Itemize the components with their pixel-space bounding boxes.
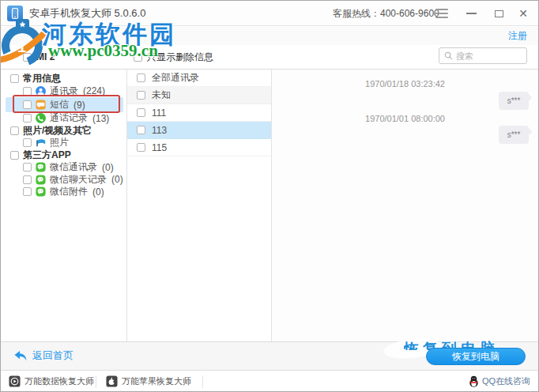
toolbar-row: MI 2 只显示删除信息 (1, 45, 538, 69)
title-bar: 安卓手机恢复大师 5.0.6.0 客服热线：400-606-9600 ✕ (1, 1, 538, 26)
sidebar-group-photo-video[interactable]: 照片/视频及其它 (1, 125, 126, 138)
phone-icon (9, 7, 21, 20)
item-label: 微信通讯录 (50, 160, 97, 174)
group-label: 常用信息 (23, 72, 61, 85)
category-sidebar: 常用信息 通讯录 (224) 短信 (9) (1, 70, 127, 341)
minimize-button[interactable] (462, 1, 480, 26)
message-date: 1970/01/18 03:23:42 (272, 79, 538, 89)
message-date: 1970/01/01 08:00:00 (272, 114, 538, 123)
list-item-unknown[interactable]: 未知 (127, 87, 271, 104)
list-item-all-contacts[interactable]: 全部通讯录 (127, 70, 271, 87)
footer-bar: 万能数据恢复大师 万能苹果恢复大师 QQ在线咨询 (1, 370, 538, 392)
list-item-111[interactable]: 111 (127, 104, 271, 122)
photo-icon (36, 138, 46, 148)
item-count: (224) (83, 85, 105, 96)
sidebar-item-call-log[interactable]: 通话记录 (13) (1, 112, 126, 125)
item-checkbox[interactable] (23, 175, 32, 184)
item-count: (0) (102, 162, 114, 173)
item-checkbox[interactable] (23, 138, 32, 147)
footer-link-label: 万能数据恢复大师 (24, 375, 94, 387)
item-label: 通讯录 (50, 85, 78, 98)
group-label: 照片/视频及其它 (23, 124, 92, 138)
item-checkbox[interactable] (23, 187, 32, 196)
wechat-icon (36, 175, 46, 185)
contacts-icon (36, 86, 46, 96)
row-label: 未知 (152, 89, 171, 102)
recover-to-pc-button[interactable]: 恢复到电脑 (426, 348, 526, 365)
sidebar-item-wechat-chats[interactable]: 微信聊天记录 (0) (1, 174, 126, 187)
qq-penguin-icon (469, 375, 479, 387)
back-home-button[interactable]: 返回首页 (13, 349, 74, 363)
back-home-label: 返回首页 (32, 349, 74, 363)
call-log-icon (36, 113, 46, 123)
sidebar-item-wechat-attachments[interactable]: 微信附件 (0) (1, 186, 126, 198)
group-checkbox[interactable] (10, 74, 19, 83)
app-logo-icon (7, 6, 23, 21)
row-label: 115 (152, 142, 167, 153)
search-box (439, 47, 527, 64)
show-deleted-checkbox[interactable] (134, 53, 142, 62)
maximize-button[interactable] (490, 1, 507, 26)
row-checkbox[interactable] (137, 143, 145, 152)
list-item-115[interactable]: 115 (127, 139, 271, 156)
app-window: 安卓手机恢复大师 5.0.6.0 客服热线：400-606-9600 ✕ 注册 … (0, 0, 539, 392)
item-label: 通话记录 (50, 111, 88, 125)
footer-link-apple-recovery[interactable]: 万能苹果恢复大师 (106, 375, 202, 387)
message-bubble: s*** (499, 126, 529, 144)
device-checkbox[interactable] (23, 53, 32, 62)
sub-header: 注册 (1, 27, 538, 45)
message-bubble: s*** (499, 92, 529, 110)
qq-online-support-link[interactable]: QQ在线咨询 (469, 375, 530, 387)
register-link[interactable]: 注册 (508, 29, 527, 43)
item-label: 微信聊天记录 (50, 173, 107, 187)
sidebar-item-sms[interactable]: 短信 (9) (6, 97, 123, 112)
group-checkbox[interactable] (10, 151, 19, 160)
item-label: 照片 (50, 136, 69, 149)
row-checkbox[interactable] (137, 91, 145, 100)
row-checkbox[interactable] (137, 126, 145, 134)
row-checkbox[interactable] (137, 108, 145, 117)
hotline-label: 客服热线：400-606-9600 (333, 1, 439, 26)
footer-divider (96, 375, 96, 388)
sidebar-item-photos[interactable]: 照片 (1, 137, 126, 149)
conversation-list: 全部通讯录 未知 111 113 115 (127, 70, 272, 341)
item-checkbox[interactable] (23, 87, 32, 96)
footer-link-label: 万能苹果恢复大师 (122, 375, 191, 387)
item-count: (0) (92, 187, 104, 198)
list-item-113[interactable]: 113 (127, 122, 271, 139)
item-count: (13) (92, 113, 109, 124)
row-label: 113 (152, 125, 167, 136)
footer-link-data-recovery[interactable]: 万能数据恢复大师 (9, 375, 96, 387)
window-title: 安卓手机恢复大师 5.0.6.0 (29, 1, 145, 26)
show-deleted-label: 只显示删除信息 (147, 51, 213, 64)
sidebar-group-common-info[interactable]: 常用信息 (1, 73, 126, 85)
recovery-app-icon (9, 375, 21, 387)
qq-link-label: QQ在线咨询 (482, 375, 530, 387)
apple-app-icon (106, 375, 118, 387)
search-input[interactable] (456, 51, 511, 61)
message-panel: 1970/01/18 03:23:42 s*** 1970/01/01 08:0… (272, 70, 538, 341)
device-name: MI 2 (36, 51, 55, 62)
item-checkbox[interactable] (23, 163, 32, 172)
item-checkbox[interactable] (23, 114, 32, 122)
wechat-icon (36, 187, 46, 197)
group-label: 第三方APP (23, 149, 71, 162)
close-button[interactable]: ✕ (514, 1, 532, 26)
row-checkbox[interactable] (137, 74, 145, 82)
sidebar-item-contacts[interactable]: 通讯录 (224) (1, 85, 126, 98)
menu-icon[interactable] (432, 1, 452, 26)
row-label: 全部通讯录 (152, 71, 199, 85)
sms-icon (36, 100, 46, 110)
item-checkbox[interactable] (23, 100, 32, 109)
item-label: 短信 (50, 98, 69, 111)
content-area: 常用信息 通讯录 (224) 短信 (9) (1, 69, 538, 342)
device-row: MI 2 (23, 45, 55, 69)
sidebar-group-third-party-app[interactable]: 第三方APP (1, 149, 126, 162)
show-deleted-row: 只显示删除信息 (134, 45, 213, 69)
action-bar: 返回首页 恢复到电脑 恢复到电脑 (1, 342, 538, 370)
group-checkbox[interactable] (10, 126, 19, 135)
sidebar-item-wechat-contacts[interactable]: 微信通讯录 (0) (1, 161, 126, 174)
footer-divider (202, 375, 203, 388)
item-label: 微信附件 (50, 185, 88, 198)
search-icon (444, 51, 453, 60)
